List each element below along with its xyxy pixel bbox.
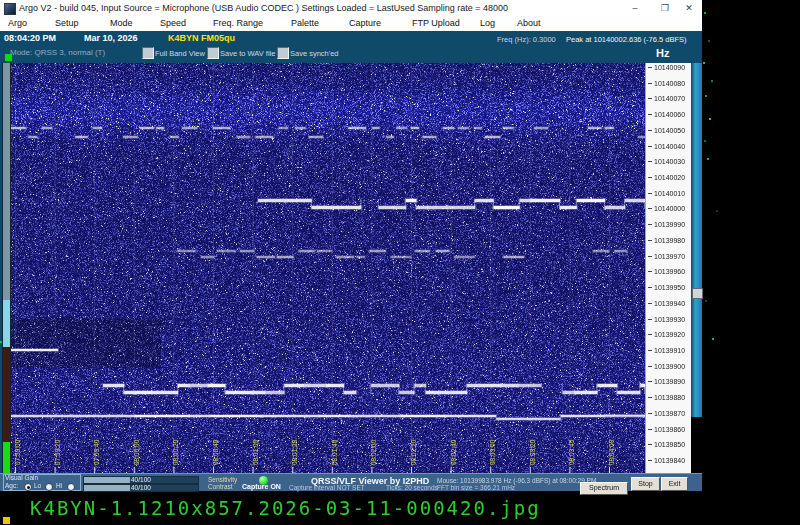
lo-label: Lo [34, 482, 41, 489]
menu-item-setup[interactable]: Setup [55, 18, 79, 28]
minimize-button[interactable]: – [627, 2, 643, 14]
hz-unit-label: Hz [656, 47, 669, 59]
noise-speck [703, 62, 705, 64]
freq-scale-label: 10139990 [648, 221, 685, 228]
menu-item-capture[interactable]: Capture [349, 18, 381, 28]
freq-scale-label: 10139840 [648, 457, 685, 464]
checkbox-label: Full Band View [155, 49, 205, 58]
checkbox-label: Save to WAV file [220, 49, 275, 58]
sensitivity-value: 40/100 [131, 476, 151, 483]
freq-scale-label: 10140060 [648, 111, 685, 118]
capture-filename: K4BYN-1.1210x857.2026-03-11-000420.jpg [30, 497, 541, 519]
checkbox-label: Save synch'ed [290, 49, 339, 58]
level-bar-segment-2 [3, 347, 10, 442]
hi-label: Hi [56, 482, 62, 489]
freq-readout: Freq (Hz): 0.3000 [497, 35, 556, 44]
freq-scale-label: 10140010 [648, 190, 685, 197]
contrast-slider-fill [84, 485, 130, 491]
title-bar[interactable]: Argo V2 - build 045, Input Source = Micr… [0, 0, 702, 16]
freq-scale-label: 10139970 [648, 253, 685, 260]
agc-radio[interactable] [24, 483, 32, 491]
level-bar-segment-3 [3, 442, 10, 473]
noise-speck [0, 341, 2, 343]
agc-label: Agc: [5, 482, 18, 489]
noise-speck [708, 40, 710, 42]
control-bar: Visual Gain Agc: Lo Hi 40/100 40/100 Sen… [0, 473, 702, 491]
stop-button[interactable]: Stop [631, 477, 660, 491]
freq-scale-label: 10140070 [648, 95, 685, 102]
menu-item-argo[interactable]: Argo [8, 18, 27, 28]
freq-scale-label: 10140030 [648, 158, 685, 165]
level-bar-segment-0 [3, 63, 10, 300]
freq-scale-label: 10139940 [648, 300, 685, 307]
freq-scale-label: 10139950 [648, 284, 685, 291]
noise-speck [705, 95, 707, 97]
freq-scale-label: 10140050 [648, 127, 685, 134]
lo-radio[interactable] [45, 483, 53, 491]
freq-scale-label: 10139930 [648, 316, 685, 323]
hi-radio[interactable] [67, 483, 75, 491]
noise-speck [704, 140, 706, 142]
fft-bin-readout: FFT bin size = 366.21 mHz [437, 484, 515, 491]
ticks-readout: Ticks: 20 seconds [386, 484, 438, 491]
menu-item-mode[interactable]: Mode [110, 18, 133, 28]
freq-scale-label: 10139860 [648, 426, 685, 433]
noise-speck [712, 338, 714, 340]
noise-speck [711, 80, 713, 82]
argo-window: Argo V2 - build 045, Input Source = Micr… [0, 0, 702, 490]
freq-scale-label: 10140090 [648, 64, 685, 71]
menu-item-about[interactable]: About [517, 18, 541, 28]
menu-item-freq-range[interactable]: Freq. Range [213, 18, 263, 28]
freq-scale-label: 10140020 [648, 174, 685, 181]
scrollbar-thumb[interactable] [692, 288, 703, 299]
menu-item-ftp-upload[interactable]: FTP Upload [412, 18, 460, 28]
input-level-bar [2, 63, 11, 473]
checkbox-full-band-view[interactable] [142, 47, 154, 59]
freq-scale-label: 10140080 [648, 80, 685, 87]
noise-speck [709, 118, 711, 120]
freq-scale-label: 10139980 [648, 237, 685, 244]
exit-button[interactable]: Exit [661, 477, 688, 491]
callsign-grid: K4BYN FM05qu [168, 33, 235, 43]
contrast-value: 40/100 [131, 484, 151, 491]
freq-scale-label: 10140000 [648, 205, 685, 212]
menu-item-speed[interactable]: Speed [160, 18, 186, 28]
maximize-button[interactable]: ❐ [657, 2, 673, 14]
close-button[interactable]: ✕ [681, 2, 697, 14]
capture-status: Capture ON [242, 483, 281, 490]
visual-gain-label: Visual Gain [5, 474, 38, 481]
peak-readout: Peak at 10140002.636 (-76.5 dBFS) [566, 35, 687, 44]
freq-scale-label: 10139910 [648, 347, 685, 354]
window-title: Argo V2 - build 045, Input Source = Micr… [19, 3, 508, 13]
checkbox-save-synch-ed[interactable] [277, 47, 289, 59]
noise-speck [704, 12, 706, 14]
freq-scale-label: 10139850 [648, 441, 685, 448]
level-bar-segment-1 [3, 300, 10, 347]
waterfall-display[interactable] [11, 63, 645, 473]
scrollbar-track[interactable] [691, 63, 702, 417]
clock-date: Mar 10, 2026 [84, 33, 138, 43]
freq-scale-label: 10139920 [648, 331, 685, 338]
freq-scale-label: 10139900 [648, 363, 685, 370]
noise-speck [707, 158, 709, 160]
sensitivity-slider-fill [84, 477, 130, 483]
menu-item-palette[interactable]: Palette [291, 18, 319, 28]
noise-speck [705, 300, 707, 302]
sensitivity-label: Sensitivity [208, 476, 237, 483]
frequency-scrollbar[interactable] [691, 63, 702, 473]
clock-time: 08:04:20 PM [4, 33, 56, 43]
mode-label: Mode: QRSS 3, normal (T) [10, 48, 105, 57]
contrast-slider[interactable]: 40/100 [83, 484, 199, 492]
menu-item-log[interactable]: Log [480, 18, 495, 28]
freq-scale-label: 10140040 [648, 143, 685, 150]
frequency-scale: 1014009010140080101400701014006010140050… [645, 63, 692, 473]
app-icon [4, 3, 16, 15]
noise-speck [716, 210, 718, 212]
freq-scale-label: 10139890 [648, 378, 685, 385]
checkbox-save-to-wav-file[interactable] [207, 47, 219, 59]
status-bar: 08:04:20 PM Mar 10, 2026 K4BYN FM05qu Fr… [0, 31, 702, 63]
contrast-label: Contrast [208, 483, 233, 490]
spectrum-button[interactable]: Spectrum [580, 482, 628, 495]
freq-scale-label: 10139880 [648, 394, 685, 401]
freq-scale-label: 10139960 [648, 268, 685, 275]
